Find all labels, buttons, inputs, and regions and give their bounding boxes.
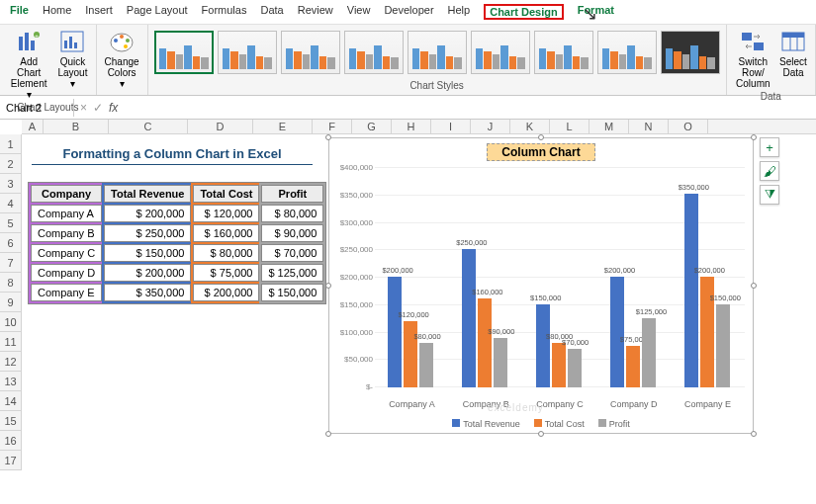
row-header-15[interactable]: 15 [0, 411, 22, 431]
menu-formulas[interactable]: Formulas [202, 4, 247, 20]
bar-total-revenue[interactable]: $150,000 [536, 304, 550, 387]
th-cost[interactable]: Total Cost [193, 185, 259, 203]
col-header-M[interactable]: M [589, 120, 629, 133]
style-thumb-2[interactable] [218, 31, 277, 74]
bar-total-revenue[interactable]: $250,000 [462, 249, 476, 387]
table-row[interactable]: Company D$ 200,000$ 75,000$ 125,000 [31, 264, 323, 282]
row-header-11[interactable]: 11 [0, 332, 22, 352]
menu-file[interactable]: File [10, 4, 29, 20]
worksheet-grid[interactable]: ABCDEFGHIJKLMNO 123456789101112131415161… [0, 120, 816, 475]
col-header-I[interactable]: I [431, 120, 471, 133]
bar-total-revenue[interactable]: $200,000 [610, 277, 624, 387]
col-header-K[interactable]: K [510, 120, 550, 133]
th-profit[interactable]: Profit [261, 185, 323, 203]
bar-total-cost[interactable]: $75,000 [626, 346, 640, 387]
menu-data[interactable]: Data [260, 4, 283, 20]
change-colors-button[interactable]: Change Colors ▾ [103, 27, 141, 91]
column-headers[interactable]: ABCDEFGHIJKLMNO [22, 120, 816, 134]
bar-profit[interactable]: $90,000 [494, 338, 507, 387]
style-thumb-5[interactable] [408, 31, 467, 74]
table-row[interactable]: Company A$ 200,000$ 120,000$ 80,000 [31, 205, 323, 222]
table-row[interactable]: Company B$ 250,000$ 160,000$ 90,000 [31, 224, 323, 242]
col-header-H[interactable]: H [392, 120, 431, 133]
row-header-17[interactable]: 17 [0, 451, 22, 470]
col-header-F[interactable]: F [313, 120, 352, 133]
bar-profit[interactable]: $125,000 [642, 318, 656, 387]
quick-layout-button[interactable]: Quick Layout ▾ [55, 27, 89, 91]
fx-icon[interactable]: fx [109, 101, 118, 115]
data-table[interactable]: Company Total Revenue Total Cost Profit … [28, 182, 326, 304]
style-thumb-1[interactable] [154, 31, 214, 74]
bar-profit[interactable]: $70,000 [568, 349, 582, 387]
row-header-12[interactable]: 12 [0, 352, 22, 372]
style-thumb-7[interactable] [534, 31, 593, 74]
row-header-3[interactable]: 3 [0, 174, 22, 194]
col-header-J[interactable]: J [471, 120, 510, 133]
row-header-1[interactable]: 1 [0, 134, 22, 154]
th-company[interactable]: Company [31, 185, 102, 203]
row-header-9[interactable]: 9 [0, 293, 22, 312]
menu-chart-design[interactable]: Chart Design [484, 4, 563, 20]
row-header-14[interactable]: 14 [0, 391, 22, 411]
add-chart-element-button[interactable]: + Add Chart Element ▾ [6, 27, 51, 102]
bar-total-cost[interactable]: $120,000 [404, 321, 417, 387]
menu-view[interactable]: View [347, 4, 371, 20]
style-thumb-6[interactable] [471, 31, 530, 74]
bar-total-revenue[interactable]: $200,000 [388, 277, 402, 387]
row-header-2[interactable]: 2 [0, 154, 22, 174]
bar-group[interactable]: $200,000$120,000$80,000 [388, 277, 433, 387]
chart-legend[interactable]: Total Revenue Total Cost Profit [329, 419, 753, 429]
menu-insert[interactable]: Insert [85, 4, 113, 20]
chart-elements-button[interactable]: + [760, 137, 779, 157]
plot-area[interactable]: $-$50,000$100,000$150,000$200,000$250,00… [375, 168, 745, 387]
row-header-10[interactable]: 10 [0, 312, 22, 332]
confirm-icon[interactable]: ✓ [93, 101, 103, 115]
table-row[interactable]: Company E$ 350,000$ 200,000$ 150,000 [31, 284, 323, 301]
cancel-icon[interactable]: × [80, 101, 87, 115]
col-header-N[interactable]: N [629, 120, 669, 133]
select-data-button[interactable]: Select Data [777, 27, 809, 80]
bar-total-cost[interactable]: $80,000 [552, 343, 566, 387]
row-header-7[interactable]: 7 [0, 253, 22, 273]
style-thumb-9[interactable] [661, 31, 720, 74]
chart-styles-gallery[interactable] [154, 27, 720, 80]
row-header-8[interactable]: 8 [0, 273, 22, 293]
col-header-C[interactable]: C [109, 120, 188, 133]
menu-home[interactable]: Home [43, 4, 71, 20]
style-thumb-8[interactable] [597, 31, 657, 74]
row-header-6[interactable]: 6 [0, 233, 22, 253]
bar-group[interactable]: $250,000$160,000$90,000 [462, 249, 507, 387]
switch-row-column-button[interactable]: Switch Row/ Column [733, 27, 773, 91]
col-header-B[interactable]: B [44, 120, 109, 133]
row-header-5[interactable]: 5 [0, 213, 22, 233]
bar-profit[interactable]: $80,000 [419, 343, 433, 387]
chart-styles-button[interactable]: 🖌 [760, 161, 779, 181]
th-revenue[interactable]: Total Revenue [104, 185, 191, 203]
column-chart[interactable]: Column Chart $-$50,000$100,000$150,000$2… [328, 137, 754, 434]
menu-page-layout[interactable]: Page Layout [127, 4, 188, 20]
chart-filters-button[interactable]: ⧩ [760, 185, 779, 205]
bar-total-revenue[interactable]: $350,000 [684, 194, 698, 387]
bar-group[interactable]: $150,000$80,000$70,000 [536, 304, 582, 387]
menu-review[interactable]: Review [298, 4, 333, 20]
table-row[interactable]: Company C$ 150,000$ 80,000$ 70,000 [31, 244, 323, 262]
col-header-E[interactable]: E [253, 120, 313, 133]
row-header-16[interactable]: 16 [0, 431, 22, 451]
style-thumb-3[interactable] [281, 31, 340, 74]
col-header-A[interactable]: A [22, 120, 44, 133]
bar-group[interactable]: $200,000$75,000$125,000 [610, 277, 656, 387]
col-header-G[interactable]: G [352, 120, 392, 133]
bar-total-cost[interactable]: $160,000 [478, 298, 492, 387]
bar-profit[interactable]: $150,000 [716, 304, 730, 387]
style-thumb-4[interactable] [344, 31, 404, 74]
col-header-D[interactable]: D [188, 120, 253, 133]
col-header-O[interactable]: O [669, 120, 708, 133]
chart-title[interactable]: Column Chart [487, 143, 595, 161]
bar-group[interactable]: $350,000$200,000$150,000 [684, 194, 730, 387]
menu-help[interactable]: Help [448, 4, 471, 20]
col-header-L[interactable]: L [550, 120, 589, 133]
row-header-13[interactable]: 13 [0, 372, 22, 391]
name-box[interactable]: Chart 2 [0, 99, 74, 117]
row-header-4[interactable]: 4 [0, 194, 22, 213]
menu-developer[interactable]: Developer [384, 4, 433, 20]
